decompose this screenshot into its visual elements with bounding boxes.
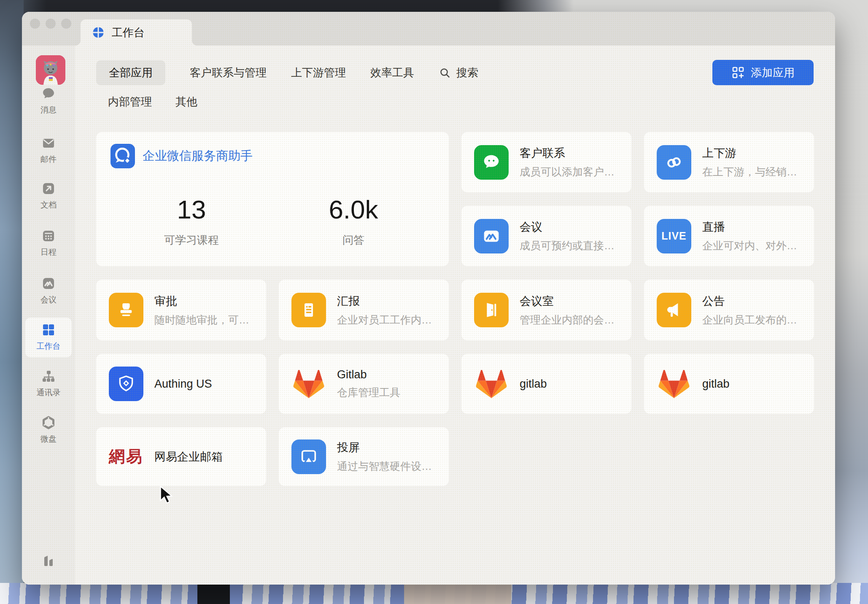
app-title: gitlab [520, 378, 547, 391]
app-title: gitlab [702, 378, 730, 391]
filter-efficiency-tools[interactable]: 效率工具 [370, 65, 414, 80]
app-desc: 仓库管理工具 [337, 386, 400, 399]
sidebar-item-calendar[interactable]: 日程 [22, 228, 75, 258]
netease-logo-text: 網易 [109, 446, 143, 467]
workbench-grid-icon [40, 322, 57, 338]
app-title: 公告 [702, 294, 797, 309]
filter-customer-management[interactable]: 客户联系与管理 [190, 65, 267, 80]
app-card-authing-us[interactable]: Authing US [96, 354, 266, 414]
app-card-gitlab-tool[interactable]: Gitlab 仓库管理工具 [279, 354, 449, 414]
desktop-wallpaper-right [834, 0, 868, 604]
gitlab-logo [291, 367, 326, 401]
app-card-meeting[interactable]: 会议 成员可预约或直接… [461, 206, 631, 266]
sidebar-item-mail[interactable]: 邮件 [22, 135, 75, 165]
meeting-icon [40, 275, 57, 291]
sidebar-item-meeting[interactable]: 会议 [22, 275, 75, 305]
app-card-screencast[interactable]: 投屏 通过与智慧硬件设… [279, 427, 449, 486]
app-title: Authing US [154, 378, 212, 391]
app-card-gitlab-3[interactable]: gitlab [644, 354, 814, 414]
sidebar-item-label: 通讯录 [37, 387, 61, 398]
chat-bubble-icon [40, 86, 57, 102]
app-card-customer-contact[interactable]: 客户联系 成员可以添加客户… [461, 132, 631, 192]
sidebar-item-wedrive[interactable]: 微盘 [22, 415, 75, 445]
app-desc: 企业可对内、对外… [702, 239, 797, 253]
calendar-icon [40, 228, 57, 244]
category-filter-row-2: 内部管理 其他 [108, 94, 197, 109]
sidebar-bottom-apps-button[interactable] [22, 553, 75, 569]
desktop-wallpaper-bottom [0, 583, 868, 604]
app-desc: 随时随地审批，可… [154, 313, 249, 327]
tab-workbench-label: 工作台 [112, 25, 145, 40]
app-title: 会议室 [520, 294, 615, 309]
search-button[interactable]: 搜索 [439, 65, 478, 80]
stat-courses-value: 13 [111, 194, 272, 224]
sidebar-item-label: 工作台 [37, 341, 61, 352]
sidebar: 消息 邮件 文档 日程 [22, 46, 75, 585]
app-desc: 成员可以添加客户… [520, 165, 615, 179]
apps-grid: 企业微信服务商助手 13 可学习课程 6.0k 问答 [96, 132, 814, 486]
featured-card-wecom-service-assistant[interactable]: 企业微信服务商助手 13 可学习课程 6.0k 问答 [96, 132, 449, 266]
sidebar-item-label: 日程 [40, 247, 57, 258]
add-app-button[interactable]: 添加应用 [712, 60, 814, 85]
app-title: 会议 [520, 219, 615, 235]
sidebar-item-workbench[interactable]: 工作台 [22, 322, 75, 352]
wedrive-cube-icon [40, 415, 57, 431]
tab-workbench[interactable]: 工作台 [81, 19, 192, 46]
stat-qa: 6.0k 问答 [272, 194, 434, 248]
app-title: 汇报 [337, 294, 432, 309]
report-doc-icon [291, 293, 326, 327]
authing-shield-icon [109, 367, 143, 401]
workbench-content: 全部应用 客户联系与管理 上下游管理 效率工具 搜索 内部管理 其他 [75, 46, 835, 585]
stat-courses-label: 可学习课程 [111, 233, 272, 248]
app-card-supply-chain[interactable]: 上下游 在上下游，与经销… [644, 132, 814, 192]
document-icon [40, 181, 57, 197]
add-app-label: 添加应用 [751, 65, 795, 80]
app-title: 审批 [154, 294, 249, 309]
zoom-window-button[interactable] [61, 19, 71, 29]
stat-courses: 13 可学习课程 [111, 194, 272, 248]
workbench-clover-icon [92, 26, 105, 39]
app-card-gitlab-2[interactable]: gitlab [461, 354, 631, 414]
search-label: 搜索 [456, 65, 478, 80]
sidebar-item-label: 消息 [40, 105, 57, 116]
app-card-netease-mail[interactable]: 網易 网易企业邮箱 [96, 427, 266, 486]
sidebar-item-docs[interactable]: 文档 [22, 181, 75, 210]
workspace-bars-icon [40, 553, 57, 569]
meeting-room-door-icon [474, 293, 509, 327]
featured-title[interactable]: 企业微信服务商助手 [143, 148, 253, 164]
sidebar-item-label: 邮件 [40, 154, 57, 165]
app-card-report[interactable]: 汇报 企业对员工工作内… [279, 280, 449, 340]
meeting-app-icon [474, 219, 509, 253]
app-card-live[interactable]: LIVE 直播 企业可对内、对外… [644, 206, 814, 266]
desktop-wallpaper-left [0, 0, 24, 604]
app-card-meeting-room[interactable]: 会议室 管理企业内部的会… [461, 280, 631, 340]
search-icon [439, 67, 451, 79]
stat-qa-label: 问答 [272, 233, 434, 248]
sidebar-item-contacts[interactable]: 通讯录 [22, 368, 75, 398]
app-title: 直播 [702, 219, 797, 235]
gitlab-logo [474, 367, 509, 401]
app-card-announcement[interactable]: 公告 企业向员工发布的… [644, 280, 814, 340]
add-app-icon [731, 66, 745, 79]
netease-logo: 網易 [109, 440, 143, 474]
app-title: 投屏 [337, 440, 432, 455]
traffic-lights[interactable] [30, 19, 71, 29]
filter-others[interactable]: 其他 [175, 94, 197, 109]
window-titlebar: 工作台 [22, 12, 835, 46]
avatar-cat-image [36, 55, 65, 85]
wecom-window: 工作台 消息 [22, 12, 835, 585]
app-title: 网易企业邮箱 [154, 449, 223, 464]
avatar[interactable] [36, 55, 65, 85]
app-card-approval[interactable]: 审批 随时随地审批，可… [96, 280, 266, 340]
minimize-window-button[interactable] [46, 19, 56, 29]
filter-internal-management[interactable]: 内部管理 [108, 94, 152, 109]
announcement-megaphone-icon [657, 293, 691, 327]
filter-supply-chain[interactable]: 上下游管理 [291, 65, 346, 80]
customer-contact-icon [474, 145, 509, 180]
close-window-button[interactable] [30, 19, 40, 29]
sidebar-item-label: 会议 [40, 294, 57, 305]
app-desc: 企业向员工发布的… [702, 313, 797, 327]
filter-all-apps[interactable]: 全部应用 [96, 60, 165, 85]
app-title: Gitlab [337, 368, 400, 381]
sidebar-item-messages[interactable]: 消息 [22, 86, 75, 116]
